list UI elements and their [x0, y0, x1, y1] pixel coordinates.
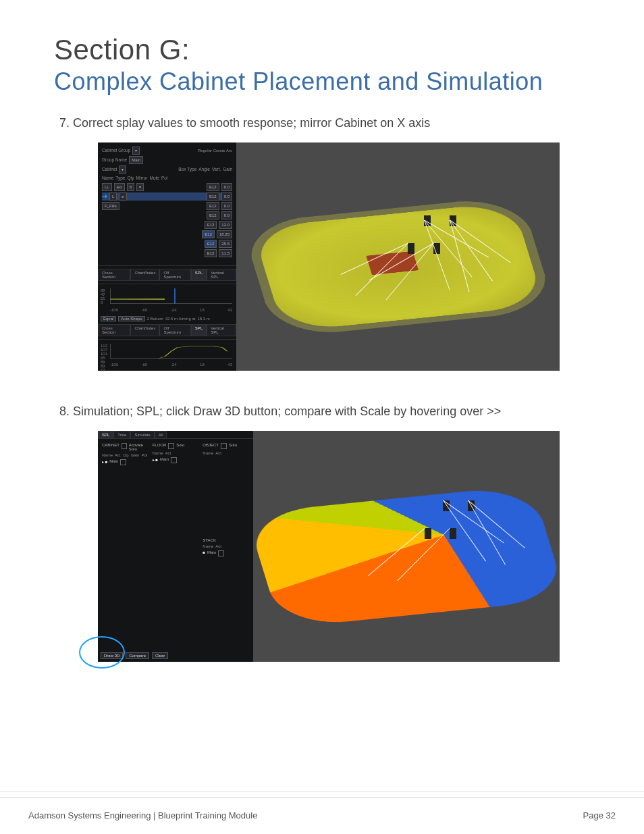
row-l-name[interactable]: L: [109, 192, 117, 201]
step-7-text: 7. Correct splay values to smooth respon…: [59, 116, 603, 130]
v-0[interactable]: 0.0: [221, 183, 232, 191]
g1-x4: -24: [171, 308, 177, 312]
section-title: Complex Cabinet Placement and Simulation: [54, 68, 603, 96]
tab-vspl[interactable]: Vertical SPL: [207, 269, 236, 280]
footer-left: Adamson Systems Engineering | Blueprint …: [28, 810, 257, 820]
tab2-ci[interactable]: Chart/Index: [130, 324, 159, 336]
v-5[interactable]: 18.25: [217, 230, 232, 238]
floor-solo-label: Solo: [176, 443, 184, 449]
h-gain: Gain: [131, 453, 140, 457]
floor-act[interactable]: [171, 457, 177, 463]
page-footer: Adamson Systems Engineering | Blueprint …: [0, 798, 644, 834]
col-mirror: Mirror: [136, 175, 148, 182]
e-6[interactable]: E12: [205, 240, 217, 248]
e-4[interactable]: E12: [205, 221, 217, 229]
tab-ci[interactable]: Chart/Index: [130, 269, 159, 280]
step-8-text: 8. Simulation; SPL; click Draw 3D button…: [59, 405, 603, 419]
row-f-name[interactable]: F_Fills: [102, 202, 119, 210]
tab-time[interactable]: Time: [113, 431, 130, 438]
row-ll-name[interactable]: LL: [102, 183, 112, 191]
g1-x0: -100: [110, 308, 118, 312]
e-3[interactable]: E12: [207, 211, 219, 219]
e-5[interactable]: E12: [202, 230, 215, 238]
e-2[interactable]: E12: [207, 202, 219, 210]
status-bottom: 2 Bottom: [147, 317, 163, 321]
tab-os[interactable]: Off Spectrum: [159, 269, 190, 280]
col-type: Type: [115, 175, 125, 182]
v-3[interactable]: 0.0: [221, 211, 232, 219]
graph-1: 89 47 21 0 -100 -60 -24 18 43: [98, 284, 236, 313]
cabinet-panel: Cabinet Group ▾ Regular Create Arc Group…: [98, 142, 236, 371]
compare-button[interactable]: Compare: [126, 652, 149, 659]
activate-chk[interactable]: [122, 443, 127, 449]
tab2-cs[interactable]: Cross Section: [98, 324, 130, 336]
g1-x2: -60: [142, 308, 148, 312]
group-name-field[interactable]: Main: [129, 156, 143, 164]
status-auto[interactable]: Auto Shape: [118, 316, 144, 321]
v-2[interactable]: 0.0: [221, 202, 232, 210]
e-0[interactable]: E12: [207, 183, 219, 191]
cabinet-group-label: Cabinet Group: [102, 147, 130, 154]
cabinet-h: CABINET: [102, 443, 119, 451]
tab2-spl[interactable]: SPL: [191, 324, 207, 336]
group-name-label: Group Name: [102, 157, 127, 163]
h-name: Name: [102, 453, 113, 457]
activate-solo-label: Activate Solo: [129, 443, 149, 451]
obj-solo-chk[interactable]: [221, 443, 227, 449]
floor-solo-chk[interactable]: [168, 443, 174, 449]
status-equal[interactable]: Equal: [101, 316, 116, 321]
group-dropdown[interactable]: ▾: [132, 147, 140, 155]
screenshot-spl-simulation: SPL Time Simulate All CABINET Activate S…: [98, 431, 560, 662]
g1-x8: 43: [227, 308, 232, 312]
tab-spl[interactable]: SPL: [191, 269, 207, 280]
object-h: OBJECT: [203, 443, 219, 449]
section-label: Section G:: [54, 34, 603, 66]
obj-solo-label: Solo: [229, 443, 237, 449]
v-1[interactable]: 0.0: [221, 192, 232, 201]
tab-sim[interactable]: Simulate: [130, 431, 154, 438]
status-h: 18.3 m: [197, 317, 209, 321]
floor-main[interactable]: Main: [160, 457, 169, 463]
regular-create-label: Regular Create Arc: [198, 147, 232, 154]
cabinet-dropdown[interactable]: ▾: [119, 165, 126, 174]
v-7[interactable]: 11.5: [219, 249, 232, 257]
oh-name: Name: [203, 451, 213, 455]
col-name: Name: [102, 175, 113, 182]
h-clp: Clp: [123, 453, 129, 457]
col-pol: Pol: [161, 175, 167, 182]
stack-act[interactable]: [218, 550, 224, 556]
v-6[interactable]: 25.5: [219, 240, 232, 248]
col-qty: Qty: [127, 175, 134, 182]
fh-act: Act: [165, 451, 171, 455]
row-ll-ext[interactable]: ext: [114, 183, 125, 191]
v-4[interactable]: 12.0: [219, 221, 232, 229]
col-boxtype: Box Type: [178, 166, 196, 173]
g1-x6: 18: [200, 308, 205, 312]
row-l-ext[interactable]: e: [119, 192, 126, 201]
row-ll-opt[interactable]: ▾: [136, 183, 144, 191]
row-ll-q[interactable]: 8: [127, 183, 134, 191]
clear-button[interactable]: Clear: [152, 652, 168, 659]
col-angle: Angle: [198, 166, 210, 173]
graph-2: 113 107 101 95 89 83 77 -100 -60 -24 18 …: [98, 339, 236, 369]
tab2-os[interactable]: Off Spectrum: [159, 324, 190, 336]
stack-main[interactable]: Main: [207, 550, 216, 556]
status-aim: 42.5 m Aiming at: [165, 317, 196, 321]
e-7[interactable]: E12: [205, 249, 217, 257]
tab-cs[interactable]: Cross Section: [98, 269, 130, 280]
simulation-panel: SPL Time Simulate All CABINET Activate S…: [98, 431, 253, 662]
fh-name: Name: [153, 451, 163, 455]
g2-x4: -24: [171, 363, 177, 367]
g2-x6: 18: [200, 363, 205, 367]
e-1[interactable]: E12: [207, 192, 219, 201]
floor-h: FLOOR: [153, 443, 167, 449]
tab2-vspl[interactable]: Vertical SPL: [207, 324, 236, 336]
main-act[interactable]: [120, 459, 126, 465]
tab-all[interactable]: All: [155, 431, 167, 438]
main-row[interactable]: Main: [109, 459, 118, 465]
col-vert: Vert.: [212, 166, 221, 173]
viewport-3d-spl[interactable]: [253, 431, 560, 662]
tab-spl2[interactable]: SPL: [98, 431, 113, 438]
stack-label: STACK: [203, 538, 216, 542]
viewport-3d-yellow[interactable]: [236, 142, 560, 371]
